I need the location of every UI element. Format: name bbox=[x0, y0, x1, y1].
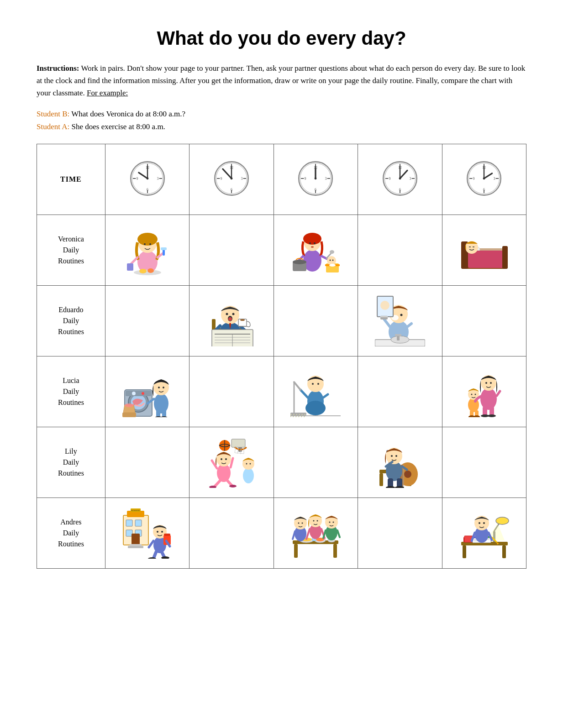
student-b-text: What does Veronica do at 8:00 a.m.? bbox=[71, 110, 185, 118]
svg-rect-197 bbox=[232, 439, 245, 447]
svg-point-312 bbox=[483, 522, 485, 524]
lily-label-cell: LilyDailyRoutines bbox=[37, 427, 105, 498]
student-a-label: Student A: bbox=[37, 122, 69, 131]
svg-text:9: 9 bbox=[473, 177, 475, 181]
svg-text:12: 12 bbox=[230, 166, 233, 170]
svg-point-278 bbox=[302, 522, 303, 524]
svg-rect-148 bbox=[126, 391, 151, 396]
lucia-label-cell: LuciaDailyRoutines bbox=[37, 356, 105, 427]
svg-point-257 bbox=[161, 531, 163, 533]
svg-rect-253 bbox=[128, 546, 143, 548]
clock-2-icon: 12 3 6 9 bbox=[213, 160, 250, 197]
for-example-link: For example: bbox=[87, 89, 128, 97]
svg-point-165 bbox=[312, 383, 314, 385]
svg-point-282 bbox=[313, 520, 315, 521]
clock-4-icon: 12 3 6 9 bbox=[382, 160, 418, 197]
eduardo-activity-4 bbox=[358, 286, 442, 356]
svg-point-182 bbox=[490, 382, 492, 384]
svg-text:6: 6 bbox=[399, 188, 401, 192]
svg-point-68 bbox=[144, 243, 146, 245]
clock-5-icon: 12 3 6 9 bbox=[466, 160, 502, 197]
student-b-label: Student B: bbox=[37, 110, 69, 118]
lily-activity-4 bbox=[358, 427, 442, 498]
svg-line-291 bbox=[337, 530, 340, 537]
svg-text:9: 9 bbox=[136, 177, 138, 181]
instructions-text: Instructions: Work in pairs. Don't show … bbox=[37, 62, 526, 100]
lucia-activity-4 bbox=[358, 356, 442, 427]
svg-point-129 bbox=[240, 319, 245, 321]
svg-rect-299 bbox=[463, 537, 464, 542]
veronica-activity-1 bbox=[105, 215, 189, 286]
svg-text:9: 9 bbox=[305, 177, 306, 181]
clock-cell-5: 12 3 6 9 bbox=[442, 144, 526, 215]
svg-line-168 bbox=[294, 382, 300, 390]
svg-text:SCHOOL: SCHOOL bbox=[131, 509, 140, 512]
svg-rect-247 bbox=[126, 520, 132, 526]
svg-point-207 bbox=[221, 458, 222, 460]
lucia-activity-2 bbox=[189, 356, 274, 427]
svg-point-215 bbox=[243, 468, 254, 483]
lily-activity-3 bbox=[274, 427, 358, 498]
veronica-activity-5 bbox=[442, 215, 526, 286]
svg-point-87 bbox=[293, 260, 306, 264]
andres-activity-2 bbox=[189, 498, 274, 569]
svg-point-136 bbox=[380, 301, 389, 310]
example-student-a: Student A: She does exercise at 8:00 a.m… bbox=[37, 120, 526, 134]
svg-point-89 bbox=[330, 250, 334, 254]
svg-text:12: 12 bbox=[398, 166, 402, 170]
svg-point-217 bbox=[246, 463, 247, 464]
svg-point-82 bbox=[314, 242, 316, 244]
svg-point-241 bbox=[386, 486, 395, 488]
time-label: TIME bbox=[60, 175, 82, 183]
svg-text:3: 3 bbox=[325, 177, 327, 181]
svg-line-177 bbox=[323, 394, 328, 398]
svg-point-190 bbox=[474, 415, 480, 417]
svg-rect-152 bbox=[156, 409, 160, 417]
svg-point-185 bbox=[471, 393, 473, 395]
svg-rect-160 bbox=[122, 413, 136, 417]
lucia-activity-5-icon bbox=[459, 365, 509, 417]
lily-activity-2 bbox=[189, 427, 274, 498]
svg-point-93 bbox=[332, 259, 334, 261]
svg-rect-220 bbox=[379, 473, 383, 486]
lily-row: LilyDailyRoutines bbox=[37, 427, 526, 498]
example-section: Student B: What does Veronica do at 8:00… bbox=[37, 108, 526, 134]
svg-point-150 bbox=[142, 392, 144, 395]
svg-text:3: 3 bbox=[241, 177, 242, 181]
svg-point-77 bbox=[147, 268, 154, 273]
veronica-label-cell: VeronicaDailyRoutines bbox=[37, 215, 105, 286]
clock-1-icon: 12 3 6 9 bbox=[129, 160, 166, 197]
svg-point-69 bbox=[149, 243, 151, 245]
svg-point-116 bbox=[232, 313, 234, 315]
svg-point-80 bbox=[303, 233, 321, 245]
lily-activity-2-icon bbox=[206, 435, 257, 488]
svg-text:12: 12 bbox=[482, 166, 486, 170]
andres-activity-1-icon: SCHOOL bbox=[122, 506, 173, 559]
veronica-activity-1-icon bbox=[122, 223, 173, 276]
lucia-activity-5 bbox=[442, 356, 526, 427]
svg-point-8 bbox=[146, 178, 148, 180]
svg-rect-71 bbox=[127, 263, 133, 271]
student-a-text: She does exercise at 8:00 a.m. bbox=[72, 122, 165, 131]
svg-rect-169 bbox=[290, 413, 306, 415]
svg-point-115 bbox=[226, 313, 228, 315]
lily-activity-1 bbox=[105, 427, 189, 498]
lily-activity-5 bbox=[442, 427, 526, 498]
veronica-activity-5-icon bbox=[459, 223, 509, 276]
clock-cell-1: 12 3 6 9 bbox=[105, 144, 189, 215]
svg-point-81 bbox=[309, 242, 311, 244]
svg-point-163 bbox=[305, 401, 326, 415]
svg-line-279 bbox=[293, 531, 295, 539]
svg-point-21 bbox=[231, 178, 233, 180]
lucia-activity-1 bbox=[105, 356, 189, 427]
svg-point-118 bbox=[228, 317, 232, 321]
veronica-activity-3-icon bbox=[290, 223, 341, 276]
eduardo-label-cell: EduardoDailyRoutines bbox=[37, 286, 105, 356]
eduardo-activity-5 bbox=[442, 286, 526, 356]
svg-rect-139 bbox=[380, 316, 388, 317]
svg-point-151 bbox=[154, 393, 168, 414]
svg-point-195 bbox=[488, 414, 496, 417]
svg-line-284 bbox=[306, 529, 310, 539]
svg-point-83 bbox=[311, 246, 314, 248]
andres-row: AndresDailyRoutines SCHOOL bbox=[37, 498, 526, 569]
